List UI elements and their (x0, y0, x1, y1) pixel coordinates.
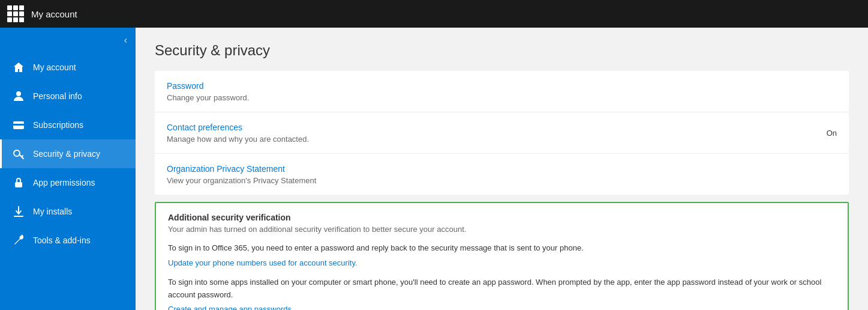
sidebar-label-app-permissions: App permissions (33, 178, 95, 187)
contact-preferences-desc: Manage how and why you are contacted. (167, 135, 309, 144)
card-icon (13, 119, 25, 131)
svg-rect-4 (15, 182, 22, 187)
svg-point-0 (16, 91, 21, 96)
sidebar-item-app-permissions[interactable]: App permissions (0, 168, 136, 197)
key-icon (13, 148, 25, 160)
sidebar-label-personal-info: Personal info (33, 91, 82, 101)
topbar: My account (0, 0, 868, 28)
sidebar-item-my-installs[interactable]: My installs (0, 197, 136, 226)
password-link[interactable]: Password (167, 81, 203, 91)
sidebar-item-my-account[interactable]: My account (0, 53, 136, 82)
sidebar-label-my-installs: My installs (33, 207, 72, 216)
update-phone-link[interactable]: Update your phone numbers used for accou… (168, 258, 358, 267)
waffle-menu[interactable] (7, 5, 24, 22)
sidebar-item-tools-addins[interactable]: Tools & add-ins (0, 226, 136, 255)
sections-card: Password Change your password. Contact p… (155, 71, 849, 195)
security-para-1: To sign in to Office 365, you need to en… (168, 242, 836, 268)
svg-point-3 (14, 150, 20, 156)
contact-preferences-status: On (827, 129, 837, 138)
download-icon (13, 205, 25, 217)
wrench-icon (13, 234, 25, 246)
security-verification-box: Additional security verification Your ad… (155, 202, 849, 310)
security-box-title: Additional security verification (168, 213, 836, 222)
contact-preferences-row: Contact preferences Manage how and why y… (155, 112, 849, 154)
sidebar-label-tools-addins: Tools & add-ins (33, 236, 91, 245)
org-privacy-desc: View your organization's Privacy Stateme… (167, 176, 316, 185)
contact-preferences-link[interactable]: Contact preferences (167, 123, 242, 132)
sidebar-item-security-privacy[interactable]: Security & privacy (0, 139, 136, 168)
lock-icon (13, 177, 25, 189)
security-para-2: To sign into some apps installed on your… (168, 276, 836, 310)
sidebar-collapse-area: ‹ (0, 28, 136, 53)
app-passwords-link[interactable]: Create and manage app passwords (168, 305, 292, 310)
sidebar-item-subscriptions[interactable]: Subscriptions (0, 111, 136, 139)
password-row: Password Change your password. (155, 71, 849, 112)
sidebar-label-subscriptions: Subscriptions (33, 120, 83, 130)
collapse-button[interactable]: ‹ (122, 32, 130, 48)
content-area: Security & privacy Password Change your … (136, 28, 868, 310)
org-privacy-row: Organization Privacy Statement View your… (155, 154, 849, 195)
security-para-1-text: To sign in to Office 365, you need to en… (168, 242, 836, 255)
security-box-subtitle: Your admin has turned on additional secu… (168, 225, 836, 234)
page-title: Security & privacy (155, 42, 849, 59)
security-para-2-text: To sign into some apps installed on your… (168, 276, 836, 302)
sidebar-label-security-privacy: Security & privacy (33, 149, 100, 159)
home-icon (13, 61, 25, 73)
topbar-title: My account (31, 9, 77, 19)
person-icon (13, 90, 25, 102)
sidebar-label-my-account: My account (33, 62, 76, 72)
org-privacy-link[interactable]: Organization Privacy Statement (167, 164, 285, 174)
main-layout: ‹ My account Personal info Subscriptions (0, 28, 868, 310)
sidebar-item-personal-info[interactable]: Personal info (0, 82, 136, 111)
sidebar: ‹ My account Personal info Subscriptions (0, 28, 136, 310)
svg-rect-2 (13, 124, 24, 126)
password-desc: Change your password. (167, 93, 249, 102)
